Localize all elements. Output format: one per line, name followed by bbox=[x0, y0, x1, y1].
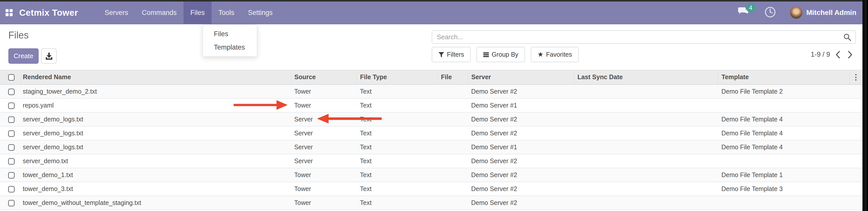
cell-source[interactable]: Server bbox=[291, 112, 356, 126]
cell-file[interactable] bbox=[437, 140, 468, 154]
cell-file-type[interactable]: Text bbox=[356, 98, 437, 112]
user-avatar[interactable] bbox=[790, 7, 802, 19]
menu-item-settings[interactable]: Settings bbox=[241, 2, 280, 24]
column-header-rendered-name[interactable]: Rendered Name bbox=[21, 70, 291, 85]
cell-rendered-name[interactable]: repos.yaml bbox=[21, 98, 291, 112]
column-header-file-type[interactable]: File Type bbox=[356, 70, 437, 85]
row-checkbox[interactable] bbox=[8, 172, 15, 179]
cell-file[interactable] bbox=[437, 98, 468, 112]
cell-file[interactable] bbox=[437, 196, 468, 210]
cell-rendered-name[interactable]: tower_demo_3.txt bbox=[21, 182, 291, 196]
row-checkbox[interactable] bbox=[8, 130, 15, 137]
cell-last-sync-date[interactable] bbox=[574, 140, 718, 154]
group-by-button[interactable]: Group By bbox=[476, 47, 525, 62]
row-checkbox[interactable] bbox=[8, 186, 15, 192]
row-checkbox[interactable] bbox=[8, 158, 15, 165]
column-header-template[interactable]: Template bbox=[718, 70, 849, 85]
menu-item-servers[interactable]: Servers bbox=[98, 2, 135, 24]
brand-title[interactable]: Cetmix Tower bbox=[19, 8, 78, 18]
select-all-checkbox[interactable] bbox=[8, 74, 15, 81]
cell-source[interactable]: Tower bbox=[291, 168, 356, 182]
cell-server[interactable]: Demo Server #2 bbox=[468, 154, 574, 168]
row-checkbox[interactable] bbox=[8, 116, 15, 123]
cell-last-sync-date[interactable] bbox=[574, 168, 718, 182]
cell-source[interactable]: Tower bbox=[291, 98, 356, 112]
table-row[interactable]: tower_demo_without_template_staging.txtT… bbox=[0, 196, 862, 210]
optional-columns-icon[interactable]: ⋮ bbox=[852, 73, 860, 81]
cell-server[interactable]: Demo Server #2 bbox=[468, 168, 574, 182]
cell-file-type[interactable]: Text bbox=[356, 140, 437, 154]
cell-file-type[interactable]: Text bbox=[356, 126, 437, 140]
cell-file-type[interactable]: Text bbox=[356, 85, 437, 98]
cell-server[interactable]: Demo Server #2 bbox=[468, 85, 574, 98]
create-button[interactable]: Create bbox=[8, 48, 39, 64]
apps-grid-icon[interactable] bbox=[6, 9, 13, 16]
activities-clock-icon[interactable] bbox=[764, 6, 776, 19]
menu-item-commands[interactable]: Commands bbox=[135, 2, 184, 24]
favorites-button[interactable]: ★ Favorites bbox=[531, 47, 579, 62]
table-row[interactable]: tower_demo_1.txtTowerTextDemo Server #2D… bbox=[0, 168, 862, 182]
cell-last-sync-date[interactable] bbox=[574, 182, 718, 196]
cell-file[interactable] bbox=[437, 126, 468, 140]
cell-template[interactable]: Demo File Template 4 bbox=[718, 112, 849, 126]
column-header-server[interactable]: Server bbox=[468, 70, 574, 85]
table-row[interactable]: staging_tower_demo_2.txtTowerTextDemo Se… bbox=[0, 85, 862, 98]
table-row[interactable]: server_demo_logs.txtServerTextDemo Serve… bbox=[0, 140, 862, 154]
cell-rendered-name[interactable]: server_demo_logs.txt bbox=[21, 140, 291, 154]
cell-template[interactable] bbox=[718, 98, 849, 112]
cell-last-sync-date[interactable] bbox=[574, 112, 718, 126]
row-checkbox[interactable] bbox=[8, 102, 15, 109]
filters-button[interactable]: Filters bbox=[432, 47, 471, 62]
table-row[interactable]: repos.yamlTowerTextDemo Server #1 bbox=[0, 98, 862, 112]
cell-file-type[interactable]: Text bbox=[356, 112, 437, 126]
dropdown-item-files[interactable]: Files bbox=[203, 27, 257, 41]
cell-file-type[interactable]: Text bbox=[356, 196, 437, 210]
search-input[interactable] bbox=[432, 33, 843, 41]
cell-file[interactable] bbox=[437, 154, 468, 168]
cell-template[interactable]: Demo File Template 4 bbox=[718, 126, 849, 140]
cell-rendered-name[interactable]: server_demo.txt bbox=[21, 154, 291, 168]
column-header-last-sync-date[interactable]: Last Sync Date bbox=[574, 70, 718, 85]
cell-template[interactable] bbox=[718, 154, 849, 168]
cell-rendered-name[interactable]: tower_demo_1.txt bbox=[21, 168, 291, 182]
download-button[interactable] bbox=[41, 48, 57, 64]
menu-item-files[interactable]: Files bbox=[184, 2, 212, 24]
cell-source[interactable]: Server bbox=[291, 154, 356, 168]
cell-file-type[interactable]: Text bbox=[356, 168, 437, 182]
cell-source[interactable]: Server bbox=[291, 140, 356, 154]
column-header-file[interactable]: File bbox=[437, 70, 468, 85]
cell-file[interactable] bbox=[437, 182, 468, 196]
cell-last-sync-date[interactable] bbox=[574, 98, 718, 112]
column-header-source[interactable]: Source bbox=[291, 70, 356, 85]
row-checkbox[interactable] bbox=[8, 144, 15, 151]
user-name[interactable]: Mitchell Admin bbox=[806, 9, 856, 17]
search-icon[interactable] bbox=[843, 33, 851, 41]
table-row[interactable]: server_demo_logs.txtServerTextDemo Serve… bbox=[0, 112, 862, 126]
cell-file-type[interactable]: Text bbox=[356, 154, 437, 168]
cell-template[interactable] bbox=[718, 196, 849, 210]
cell-template[interactable]: Demo File Template 2 bbox=[718, 85, 849, 98]
cell-template[interactable]: Demo File Template 1 bbox=[718, 168, 849, 182]
cell-rendered-name[interactable]: tower_demo_without_template_staging.txt bbox=[21, 196, 291, 210]
row-checkbox[interactable] bbox=[8, 89, 15, 95]
menu-item-tools[interactable]: Tools bbox=[212, 2, 241, 24]
cell-last-sync-date[interactable] bbox=[574, 196, 718, 210]
pager-next-icon[interactable] bbox=[846, 49, 854, 61]
table-row[interactable]: server_demo.txtServerTextDemo Server #2 bbox=[0, 154, 862, 168]
cell-file[interactable] bbox=[437, 168, 468, 182]
cell-rendered-name[interactable]: staging_tower_demo_2.txt bbox=[21, 85, 291, 98]
table-row[interactable]: tower_demo_3.txtTowerTextDemo Server #2D… bbox=[0, 182, 862, 196]
cell-server[interactable]: Demo Server #2 bbox=[468, 126, 574, 140]
dropdown-item-templates[interactable]: Templates bbox=[203, 41, 257, 54]
cell-file-type[interactable]: Text bbox=[356, 182, 437, 196]
cell-server[interactable]: Demo Server #1 bbox=[468, 140, 574, 154]
row-checkbox[interactable] bbox=[8, 200, 15, 206]
cell-server[interactable]: Demo Server #2 bbox=[468, 182, 574, 196]
cell-file[interactable] bbox=[437, 112, 468, 126]
cell-last-sync-date[interactable] bbox=[574, 85, 718, 98]
messages-icon[interactable]: 4 bbox=[737, 7, 749, 19]
pager-previous-icon[interactable] bbox=[834, 49, 842, 61]
cell-last-sync-date[interactable] bbox=[574, 126, 718, 140]
cell-file[interactable] bbox=[437, 85, 468, 98]
cell-template[interactable]: Demo File Template 4 bbox=[718, 140, 849, 154]
